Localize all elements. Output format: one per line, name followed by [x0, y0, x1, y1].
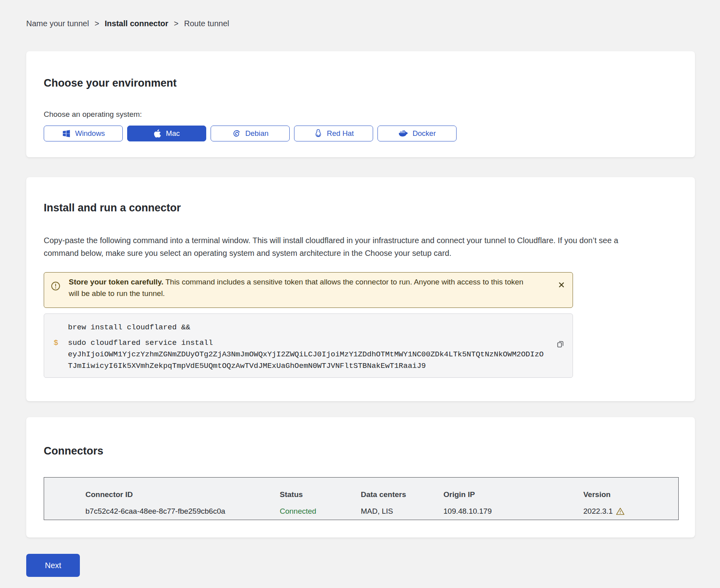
token-warning-banner: Store your token carefully. This command… [44, 272, 573, 308]
os-button-docker[interactable]: Docker [377, 126, 457, 141]
code-line-brew: brew install cloudflared && [68, 322, 563, 333]
os-button-label: Docker [412, 129, 436, 138]
version-cell: 2022.3.1 [583, 507, 678, 516]
code-line-install: sudo cloudflared service install eyJhIjo… [68, 337, 545, 372]
origin-ip-cell: 109.48.10.179 [443, 507, 583, 516]
choose-environment-title: Choose your environment [44, 77, 677, 89]
next-button[interactable]: Next [26, 554, 80, 577]
data-centers-cell: MAD, LIS [361, 507, 443, 516]
version-value: 2022.3.1 [583, 507, 613, 516]
os-button-label: Mac [166, 129, 180, 138]
docker-whale-icon [398, 129, 408, 138]
column-header-origin-ip: Origin IP [443, 490, 583, 499]
connectors-table: Connector IDStatusData centersOrigin IPV… [44, 477, 679, 520]
connector-id-cell: b7c52c42-6caa-48ee-8c77-fbe259cb6c0a [85, 507, 280, 516]
token-warning-text: Store your token carefully. This command… [69, 276, 530, 299]
os-button-row: WindowsMacDebianRed HatDocker [44, 126, 677, 141]
breadcrumb-separator: > [174, 19, 179, 28]
os-button-label: Red Hat [327, 129, 354, 138]
shell-prompt: $ [54, 337, 58, 349]
column-header-connector-id: Connector ID [85, 490, 280, 499]
connectors-table-header: Connector IDStatusData centersOrigin IPV… [44, 490, 678, 499]
os-button-label: Debian [245, 129, 269, 138]
linux-penguin-icon [314, 129, 323, 138]
copy-icon[interactable] [556, 340, 565, 349]
os-button-mac[interactable]: Mac [127, 126, 206, 141]
install-command-codeblock: brew install cloudflared && $ sudo cloud… [44, 313, 573, 378]
breadcrumb-install-connector[interactable]: Install connector [105, 19, 168, 28]
column-header-status: Status [280, 490, 361, 499]
os-button-debian[interactable]: Debian [211, 126, 290, 141]
breadcrumb-name-your-tunnel[interactable]: Name your tunnel [26, 19, 89, 28]
column-header-data-centers: Data centers [361, 490, 443, 499]
status-cell: Connected [280, 507, 361, 516]
install-connector-title: Install and run a connector [44, 202, 677, 214]
connectors-title: Connectors [44, 445, 677, 457]
choose-environment-card: Choose your environment Choose an operat… [26, 51, 695, 157]
os-button-windows[interactable]: Windows [44, 126, 123, 141]
os-button-red-hat[interactable]: Red Hat [294, 126, 373, 141]
os-button-label: Windows [75, 129, 105, 138]
install-connector-card: Install and run a connector Copy-paste t… [26, 177, 695, 401]
os-select-label: Choose an operating system: [44, 110, 677, 119]
close-icon[interactable] [558, 282, 565, 288]
warning-circle-icon [50, 281, 61, 291]
breadcrumb: Name your tunnel > Install connector > R… [26, 19, 695, 28]
debian-swirl-icon [232, 129, 241, 138]
apple-icon [154, 129, 162, 139]
warning-triangle-icon [616, 507, 625, 515]
windows-icon [62, 129, 71, 138]
breadcrumb-separator: > [95, 19, 99, 28]
connectors-card: Connectors Connector IDStatusData center… [26, 417, 695, 538]
column-header-version: Version [583, 490, 678, 499]
breadcrumb-route-tunnel[interactable]: Route tunnel [184, 19, 229, 28]
install-description: Copy-paste the following command into a … [44, 234, 648, 259]
connector-row: b7c52c42-6caa-48ee-8c77-fbe259cb6c0aConn… [44, 507, 678, 516]
